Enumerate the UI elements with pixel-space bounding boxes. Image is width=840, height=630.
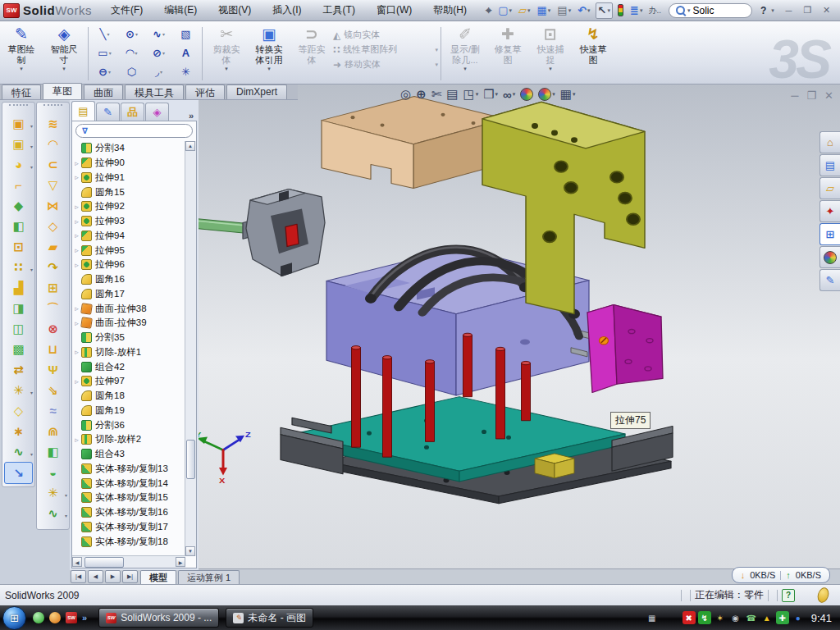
split-body-icon[interactable]: ◫ ▾: [2, 318, 34, 339]
sketch-fillet-icon[interactable]: ◞ ▾: [145, 62, 172, 81]
tree-item[interactable]: 实体-移动/复制15: [72, 491, 185, 505]
tree-item[interactable]: ▹ 曲面-拉伸39: [72, 316, 185, 331]
apply-scene-icon[interactable]: ● ▾: [538, 88, 555, 101]
display-delete-relations-button[interactable]: ✐ 显示/删 除几... ▾: [444, 24, 486, 74]
view-cube-icon[interactable]: ❒ ▾: [483, 87, 498, 102]
reference-geometry2-icon[interactable]: ✳ ▾: [37, 482, 69, 503]
new-document-icon[interactable]: ▢ ▾: [496, 3, 514, 18]
spline-tool-icon[interactable]: ∿ ▾: [145, 25, 172, 43]
boundary-boss-icon[interactable]: ◧ ▾: [2, 216, 34, 236]
tree-item[interactable]: 实体-移动/复制14: [72, 476, 185, 491]
arc-tool-icon[interactable]: ◠ ▾: [118, 43, 145, 62]
taskbar-task-button[interactable]: SW SolidWorks 2009 - ...: [98, 608, 219, 628]
expander-icon[interactable]: ▹: [72, 231, 81, 240]
tree-item[interactable]: 组合42: [72, 359, 185, 374]
ellipse-tool-icon[interactable]: ⊘ ▾: [145, 43, 172, 62]
spiral-icon[interactable]: ∿ ▾: [37, 503, 69, 523]
offset-entities-button[interactable]: ⊃ 等距实 体 ▾: [290, 24, 333, 74]
tree-vertical-scrollbar[interactable]: ▲ ▼: [185, 141, 196, 556]
restore-button[interactable]: ❐: [801, 4, 815, 16]
custom-properties-tab[interactable]: ✎: [819, 269, 840, 291]
smart-dimension-button[interactable]: ◈ 智能尺 寸 ▾: [43, 24, 85, 74]
pin-icon[interactable]: ⌖ ▾: [484, 3, 493, 18]
tooling-split-icon[interactable]: ◧ ▾: [37, 441, 69, 462]
trim-entities-button[interactable]: ✂ 剪裁实 体 ▾: [205, 24, 248, 74]
scrollbar-thumb[interactable]: [186, 440, 195, 479]
menu-item[interactable]: 编辑(E): [153, 0, 208, 21]
linear-pattern-icon[interactable]: ∷ ▾: [2, 257, 34, 277]
tree-item[interactable]: ▹ 切除-放样1: [72, 345, 185, 360]
menu-item[interactable]: 窗口(W): [366, 0, 422, 21]
instant3d-icon[interactable]: ↘ ▾: [4, 462, 33, 484]
ribbon-tab[interactable]: 曲面: [84, 84, 123, 99]
configurationmanager-tab[interactable]: 品: [121, 103, 144, 121]
repair-sketch-button[interactable]: ✚ 修复草 图 ▾: [486, 24, 529, 74]
revolved-surface-icon[interactable]: ◠ ▾: [37, 134, 69, 154]
circle-tool-icon[interactable]: ⊙ ▾: [118, 25, 145, 43]
solidworks-resources-tab[interactable]: ⌂: [819, 131, 840, 153]
tree-item[interactable]: ▹ 拉伸90: [72, 156, 185, 171]
knit-surface-icon[interactable]: ⋈ ▾: [37, 195, 69, 216]
dimxpertmanager-tab[interactable]: ◈: [145, 103, 169, 121]
rebuild-traffic-light-icon[interactable]: ▾: [616, 3, 625, 17]
solidworks-quicklaunch-icon[interactable]: SW: [66, 612, 77, 623]
move-copy-body-icon[interactable]: ⇄ ▾: [2, 359, 34, 380]
tree-item[interactable]: 分割35: [72, 331, 185, 345]
print-icon[interactable]: ▤ ▾: [555, 3, 573, 18]
view-palette-tab[interactable]: ⊞: [819, 223, 840, 245]
featuremanager-tab[interactable]: ▤: [71, 101, 95, 121]
tree-item[interactable]: ▹ 拉伸97: [72, 374, 185, 389]
close-button[interactable]: ✕: [819, 4, 833, 16]
options-icon[interactable]: ≣ ▾: [628, 3, 644, 18]
security-alert-icon[interactable]: ✖: [682, 611, 696, 624]
warning-icon[interactable]: ▲: [760, 611, 774, 624]
scrollbar-thumb[interactable]: [84, 557, 124, 568]
menu-item[interactable]: 视图(V): [208, 0, 262, 21]
extruded-boss-icon[interactable]: ▣ ▾: [2, 113, 34, 134]
linear-sketch-pattern-button[interactable]: ∷ 线性草图阵列 ▾: [333, 43, 438, 56]
expander-icon[interactable]: ▹: [72, 436, 81, 444]
scroll-up-button[interactable]: ▲: [185, 141, 195, 151]
tree-item[interactable]: 圆角15: [72, 185, 185, 199]
untrim-surface-icon[interactable]: ⊔ ▾: [37, 339, 69, 359]
swept-surface-icon[interactable]: ≋ ▾: [37, 113, 69, 134]
ribbon-tab[interactable]: 模具工具: [125, 84, 184, 99]
taskbar-task-button[interactable]: ✎ 未命名 - 画图: [226, 608, 313, 628]
parting-line-icon[interactable]: Ψ ▾: [37, 359, 69, 380]
hole-wizard-icon[interactable]: ⊡ ▾: [2, 236, 34, 257]
planar-surface-icon[interactable]: ◇ ▾: [37, 216, 69, 236]
lofted-boss-icon[interactable]: ◆ ▾: [2, 195, 34, 216]
zoom-area-icon[interactable]: ⊕ ▾: [416, 87, 427, 102]
toolbar-grip[interactable]: [9, 104, 28, 112]
combine-icon[interactable]: ▩ ▾: [2, 339, 34, 359]
tree-item[interactable]: ▹ 拉伸94: [72, 229, 185, 244]
convert-entities-button[interactable]: ▣ 转换实 体引用 ▾: [248, 24, 290, 74]
defender-shield-icon[interactable]: ↯: [698, 611, 711, 624]
rapid-sketch-button[interactable]: ↯ 快速草 图 ▾: [572, 24, 614, 74]
tree-item[interactable]: ▹ 拉伸96: [72, 258, 185, 272]
move-entities-button[interactable]: ➜ 移动实体 ▾: [333, 58, 438, 71]
ruled-surface-icon[interactable]: ⌒ ▾: [37, 298, 69, 318]
document-tab[interactable]: 运动算例 1: [178, 570, 240, 584]
draft-analysis-icon[interactable]: ⇘ ▾: [37, 380, 69, 400]
undo-icon[interactable]: ↶ ▾: [576, 3, 591, 18]
tree-item[interactable]: 实体-移动/复制16: [72, 505, 185, 520]
help-button[interactable]: ?: [757, 5, 769, 16]
helix-icon[interactable]: ∿ ▾: [2, 441, 34, 462]
scroll-right-button[interactable]: ▶: [176, 557, 185, 567]
status-help-icon[interactable]: ?: [782, 589, 795, 602]
open-document-icon[interactable]: ▱ ▾: [517, 3, 532, 18]
scroll-down-button[interactable]: ▼: [185, 546, 195, 556]
tree-item[interactable]: 圆角18: [72, 389, 185, 404]
core-icon[interactable]: ◒ ▾: [37, 462, 69, 482]
appearances-tab[interactable]: ●: [819, 246, 840, 268]
polygon-tool-icon[interactable]: ⬡ ▾: [118, 62, 145, 81]
tree-item[interactable]: 组合43: [72, 447, 185, 462]
toolbar-overflow-label[interactable]: 办..: [648, 5, 661, 16]
expander-icon[interactable]: ▹: [72, 159, 81, 167]
file-explorer-tab[interactable]: ▱: [819, 177, 840, 199]
tree-item[interactable]: 实体-移动/复制17: [72, 520, 185, 535]
expander-icon[interactable]: ▹: [72, 348, 81, 356]
network-phone-icon[interactable]: ☎: [745, 611, 758, 624]
toolbox-tab[interactable]: ✦: [819, 200, 840, 222]
